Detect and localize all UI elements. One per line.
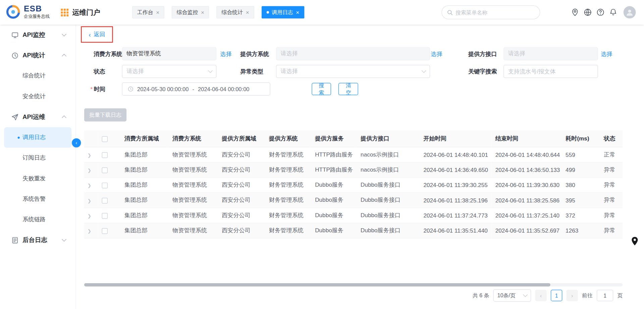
row-checkbox[interactable] bbox=[102, 228, 108, 234]
help-icon[interactable] bbox=[596, 8, 604, 16]
sidebar-item-label: 调用日志 bbox=[22, 134, 46, 141]
tab-close-icon[interactable]: × bbox=[156, 9, 159, 15]
tab-综合统计[interactable]: 综合统计× bbox=[217, 6, 254, 18]
table-cell: 2024-06-01 11:38:25.196 bbox=[419, 192, 491, 207]
table-cell: 财务管理系统 bbox=[265, 223, 311, 238]
sidebar-group-label: API统计 bbox=[22, 52, 62, 59]
tab-综合监控[interactable]: 综合监控× bbox=[172, 6, 209, 18]
sidebar-item-系统链路[interactable]: 系统链路 bbox=[4, 209, 71, 230]
consumer-system-select-link[interactable]: 选择 bbox=[220, 47, 231, 60]
horizontal-scrollbar-thumb[interactable] bbox=[84, 283, 550, 287]
keyword-label: 关键字搜索 bbox=[468, 65, 497, 78]
page-size-select[interactable]: 10条/页 bbox=[493, 289, 531, 302]
sidebar-collapse-handle[interactable]: ‹ bbox=[72, 138, 81, 147]
next-page-button[interactable]: › bbox=[567, 290, 578, 301]
tab-close-icon[interactable]: × bbox=[201, 9, 204, 15]
globe-icon[interactable] bbox=[584, 8, 592, 16]
table-cell: 集团总部 bbox=[120, 208, 168, 223]
consumer-system-field[interactable]: 物资管理系统 bbox=[122, 47, 217, 60]
search-input[interactable] bbox=[455, 9, 535, 15]
sidebar-item-失败重发[interactable]: 失败重发 bbox=[4, 168, 71, 189]
table-cell: 异常 bbox=[600, 177, 623, 192]
exception-type-placeholder: 请选择 bbox=[280, 68, 298, 75]
menu-search[interactable] bbox=[441, 5, 540, 19]
table-cell: 物资管理系统 bbox=[168, 208, 218, 223]
back-button[interactable]: ‹ 返回 bbox=[89, 31, 105, 38]
table-cell: 西安分公司 bbox=[218, 192, 265, 207]
table-cell: Dubbo服务接口 bbox=[357, 192, 419, 207]
table-row: ❯集团总部物资管理系统西安分公司财务管理系统Dubbo服务Dubbo服务接口20… bbox=[84, 192, 623, 207]
row-checkbox[interactable] bbox=[102, 213, 108, 219]
clear-button[interactable]: 清空 bbox=[338, 83, 358, 95]
row-checkbox[interactable] bbox=[102, 198, 108, 203]
time-end: 2024-06-04 00:00:00 bbox=[198, 86, 250, 92]
row-checkbox[interactable] bbox=[102, 152, 108, 158]
tab-close-icon[interactable]: × bbox=[296, 9, 299, 15]
select-all-header bbox=[98, 130, 120, 147]
sidebar-item-label: 系统链路 bbox=[22, 216, 46, 223]
expand-row-icon[interactable]: ❯ bbox=[88, 198, 91, 203]
goto-page-input[interactable] bbox=[597, 290, 613, 301]
sidebar-group-API统计[interactable]: API统计 bbox=[0, 45, 75, 66]
app-logo[interactable]: ESB 企业服务总线 bbox=[6, 4, 50, 19]
tab-工作台[interactable]: 工作台× bbox=[132, 6, 164, 18]
expand-row-icon[interactable]: ❯ bbox=[88, 183, 91, 188]
collapse-left-icon: ‹ bbox=[75, 140, 77, 146]
bell-icon[interactable] bbox=[609, 8, 617, 16]
floating-pin-icon[interactable] bbox=[631, 237, 638, 246]
expand-row-icon[interactable]: ❯ bbox=[88, 228, 91, 233]
sidebar: API监控API统计综合统计安全统计API运维调用日志订阅日志失败重发系统告警系… bbox=[0, 24, 76, 309]
expand-row-icon[interactable]: ❯ bbox=[88, 213, 91, 218]
provider-system-field[interactable]: 请选择 bbox=[276, 47, 430, 60]
provider-interface-select-link[interactable]: 选择 bbox=[601, 47, 612, 60]
esb-logo-icon bbox=[6, 4, 20, 19]
column-header: 提供方接口 bbox=[357, 130, 419, 147]
column-header: 开始时间 bbox=[419, 130, 491, 147]
table-cell: 2024-06-01 14:48:40.101 bbox=[419, 147, 491, 162]
tab-调用日志[interactable]: 调用日志× bbox=[261, 6, 304, 18]
row-checkbox[interactable] bbox=[102, 182, 108, 188]
back-label: 返回 bbox=[94, 31, 105, 38]
chevron-right-icon: › bbox=[571, 292, 573, 298]
provider-interface-field[interactable]: 请选择 bbox=[503, 47, 598, 60]
select-all-checkbox[interactable] bbox=[102, 136, 108, 142]
topbar: ESB 企业服务总线 运维门户 工作台×综合监控×综合统计×调用日志× bbox=[0, 0, 644, 24]
tab-close-icon[interactable]: × bbox=[246, 9, 249, 15]
time-start: 2024-05-30 00:00:00 bbox=[137, 86, 189, 92]
table-cell: 西安分公司 bbox=[218, 223, 265, 238]
sidebar-item-系统告警[interactable]: 系统告警 bbox=[4, 189, 71, 209]
table-cell: 2024-06-01 14:36:50.133 bbox=[491, 162, 561, 177]
status-select[interactable]: 请选择 bbox=[122, 65, 217, 78]
prev-page-button[interactable]: ‹ bbox=[535, 290, 547, 301]
expand-row-icon[interactable]: ❯ bbox=[88, 168, 91, 173]
table-cell: Dubbo服务接口 bbox=[357, 208, 419, 223]
page-number-button[interactable]: 1 bbox=[551, 290, 562, 301]
sidebar-item-调用日志[interactable]: 调用日志 bbox=[4, 127, 71, 148]
sidebar-item-综合统计[interactable]: 综合统计 bbox=[4, 66, 71, 86]
sidebar-item-安全统计[interactable]: 安全统计 bbox=[4, 86, 71, 107]
sidebar-group-API运维[interactable]: API运维 bbox=[0, 107, 75, 127]
expand-row-icon[interactable]: ❯ bbox=[88, 152, 91, 158]
table-cell: 异常 bbox=[600, 192, 623, 207]
sidebar-item-订阅日志[interactable]: 订阅日志 bbox=[4, 148, 71, 168]
sidebar-group-后台日志[interactable]: 后台日志 bbox=[0, 230, 75, 250]
sidebar-group-API监控[interactable]: API监控 bbox=[0, 24, 75, 45]
search-button[interactable]: 搜索 bbox=[312, 83, 331, 95]
horizontal-scrollbar-track[interactable] bbox=[84, 283, 623, 287]
table-cell: 集团总部 bbox=[120, 177, 168, 192]
tab-bar: 工作台×综合监控×综合统计×调用日志× bbox=[132, 6, 304, 18]
keyword-input[interactable] bbox=[508, 68, 594, 75]
sidebar-group-label: API监控 bbox=[22, 31, 62, 39]
goto-label: 前往 bbox=[582, 292, 593, 299]
batch-download-button[interactable]: 批量下载日志 bbox=[84, 108, 126, 121]
exception-type-select[interactable]: 请选择 bbox=[276, 65, 430, 78]
time-range-picker[interactable]: 2024-05-30 00:00:00 - 2024-06-04 00:00:0… bbox=[122, 82, 270, 96]
user-avatar[interactable] bbox=[624, 6, 636, 18]
app-root: ESB 企业服务总线 运维门户 工作台×综合监控×综合统计×调用日志× bbox=[0, 0, 644, 309]
row-checkbox[interactable] bbox=[102, 167, 108, 173]
table-cell: HTTP路由服务 bbox=[311, 147, 357, 162]
provider-system-select-link[interactable]: 选择 bbox=[431, 47, 442, 60]
map-pin-icon[interactable] bbox=[571, 8, 579, 16]
table-cell: Dubbo服务接口 bbox=[357, 223, 419, 238]
column-header: 提供方服务 bbox=[311, 130, 357, 147]
